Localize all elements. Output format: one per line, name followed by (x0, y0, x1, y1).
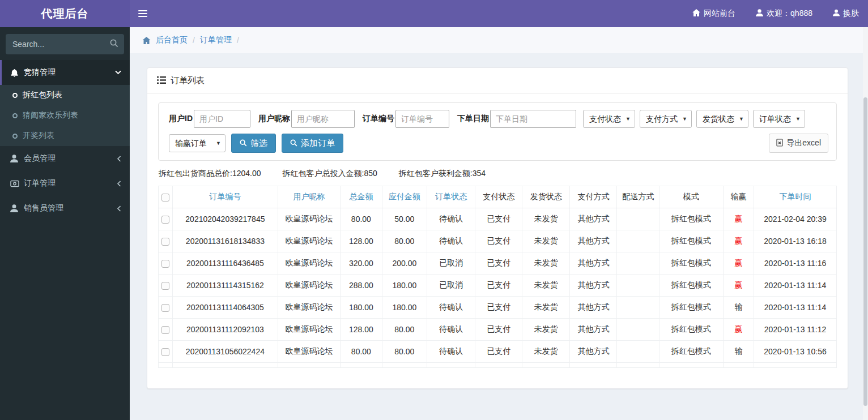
cell-total: 128.00 (341, 230, 382, 252)
column-header-order_status[interactable]: 订单状态 (427, 186, 475, 208)
column-header-time[interactable]: 下单时间 (754, 186, 837, 208)
column-header-ship_status: 发货状态 (522, 186, 570, 208)
export-excel-button[interactable]: 导出excel (769, 134, 828, 153)
user-icon (10, 155, 24, 162)
cell-order_no: 202001131116436485 (172, 252, 278, 275)
breadcrumb-home-link[interactable]: 后台首页 (156, 35, 188, 45)
cell-nickname: 欧皇源码论坛 (278, 252, 340, 275)
cell-delivery (617, 297, 659, 319)
stats-row: 拆红包出货商品总价:1204.00 拆红包客户总投入金额:850 拆红包客户获利… (158, 161, 837, 186)
filter-button[interactable]: 筛选 (231, 134, 276, 153)
search-icon[interactable] (110, 39, 118, 49)
cell-mode: 拆红包模式 (659, 208, 724, 230)
nickname-input[interactable] (291, 110, 355, 128)
cell-time: 2020-01-13 11:16 (754, 252, 837, 275)
select-all-checkbox[interactable] (161, 194, 169, 202)
cell-time: 2021-02-04 20:39 (754, 208, 837, 230)
cell-total: 288.00 (341, 275, 382, 297)
win-lose-select[interactable]: 输赢订单 (169, 134, 225, 152)
cell-delivery (617, 319, 659, 341)
cell-time: 2020-01-13 16:18 (754, 230, 837, 252)
cell-delivery (617, 230, 659, 252)
table-row: 202001131114064305欧皇源码论坛180.00180.00待确认已… (159, 297, 837, 319)
row-checkbox[interactable] (161, 216, 169, 224)
bell-icon (10, 68, 24, 77)
cell-order_no: 202001131056022424 (172, 341, 278, 363)
order-date-input[interactable] (490, 110, 576, 128)
cell-result: 输 (723, 341, 754, 363)
search-icon (240, 139, 247, 148)
column-header-total[interactable]: 总金额 (341, 186, 382, 208)
cell-ship_status: 未发货 (522, 252, 570, 275)
column-header-payable[interactable]: 应付金额 (382, 186, 427, 208)
row-checkbox[interactable] (161, 304, 169, 312)
sidebar-item-quiz-management[interactable]: 竞猜管理 (0, 60, 130, 85)
cell-ship_status: 未发货 (522, 275, 570, 297)
cell-order_no: 202102042039217845 (172, 208, 278, 230)
pay-status-select[interactable]: 支付状态 (583, 110, 635, 128)
order-status-select[interactable]: 订单状态 (753, 110, 805, 128)
scrollbar-thumb[interactable] (863, 97, 867, 406)
cell-result: 赢 (723, 252, 754, 275)
cell-order_status: 待确认 (427, 341, 475, 363)
excel-file-icon (776, 139, 783, 148)
home-icon (692, 9, 700, 18)
order-date-label: 下单日期 (457, 114, 489, 124)
row-checkbox[interactable] (161, 260, 169, 268)
sidebar-item-red-packet-list[interactable]: 拆红包列表 (0, 85, 130, 105)
welcome-user[interactable]: 欢迎：qh888 (756, 8, 812, 19)
home-icon (142, 37, 151, 44)
cell-mode: 拆红包模式 (659, 319, 724, 341)
column-header-nickname[interactable]: 用户昵称 (278, 186, 340, 208)
add-order-button[interactable]: 添加订单 (282, 134, 343, 153)
stat-total-invested: 拆红包客户总投入金额:850 (283, 169, 377, 179)
cell-delivery (617, 341, 659, 363)
cell-total: 320.00 (341, 252, 382, 275)
cell-order_status: 已取消 (427, 252, 475, 275)
row-checkbox[interactable] (161, 282, 169, 290)
circle-icon (12, 134, 18, 139)
cell-result: 输 (723, 297, 754, 319)
column-header-order_no[interactable]: 订单编号 (172, 186, 278, 208)
column-header-result: 输赢 (723, 186, 754, 208)
sidebar-search-input[interactable] (6, 34, 124, 54)
change-skin-button[interactable]: 换肤 (833, 8, 859, 19)
cell-payable: 80.00 (382, 230, 427, 252)
cell-pay_status: 已支付 (475, 230, 522, 252)
cell-order_no: 202001131114315162 (172, 275, 278, 297)
cell-nickname: 欧皇源码论坛 (278, 208, 340, 230)
app-logo[interactable]: 代理后台 (0, 0, 130, 27)
sidebar-item-family-fun-list[interactable]: 猜阖家欢乐列表 (0, 105, 130, 126)
site-front-link[interactable]: 网站前台 (692, 8, 735, 19)
panel-title: 订单列表 (171, 75, 205, 86)
order-no-input[interactable] (395, 110, 449, 128)
cell-total: 80.00 (341, 341, 382, 363)
pay-method-select[interactable]: 支付方式 (640, 110, 692, 128)
row-checkbox[interactable] (161, 326, 169, 334)
user-id-input[interactable] (194, 110, 250, 128)
cell-pay_method: 其他方式 (570, 208, 617, 230)
row-checkbox[interactable] (161, 348, 169, 356)
sidebar-item-lottery-list[interactable]: 开奖列表 (0, 126, 130, 146)
cell-pay_method: 其他方式 (570, 275, 617, 297)
cell-order_status: 待确认 (427, 319, 475, 341)
cell-pay_status: 已支付 (475, 208, 522, 230)
breadcrumb-current-link[interactable]: 订单管理 (200, 35, 232, 45)
chevron-left-icon (117, 156, 121, 162)
cell-nickname: 欧皇源码论坛 (278, 230, 340, 252)
sidebar-item-order-management[interactable]: 订单管理 (0, 171, 130, 196)
cell-payable: 200.00 (382, 252, 427, 275)
sidebar-item-member-management[interactable]: 会员管理 (0, 146, 130, 171)
sidebar-item-salesperson-management[interactable]: 销售员管理 (0, 196, 130, 221)
cell-order_status: 待确认 (427, 230, 475, 252)
cell-order_no: 202001131618134833 (172, 230, 278, 252)
ship-status-select[interactable]: 发货状态 (696, 110, 748, 128)
cell-order_status: 待确认 (427, 297, 475, 319)
row-checkbox[interactable] (161, 238, 169, 246)
cell-result: 赢 (723, 208, 754, 230)
chevron-left-icon (117, 205, 121, 212)
cell-payable: 80.00 (382, 319, 427, 341)
cell-mode: 拆红包模式 (659, 341, 724, 363)
sidebar-toggle-button[interactable] (130, 0, 156, 27)
cell-result: 赢 (723, 319, 754, 341)
